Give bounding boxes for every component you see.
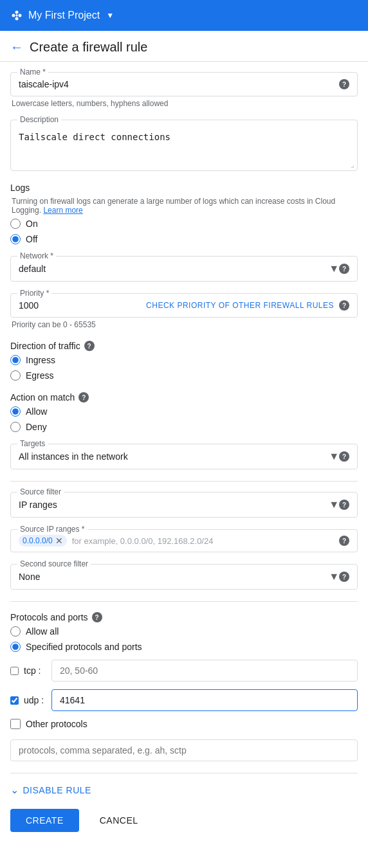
description-field-group: Description ⌟ — [10, 120, 358, 171]
second-source-field-group: Second source filter ▼ ? — [10, 564, 358, 590]
name-field: Name * ? — [10, 72, 358, 96]
targets-field-group: Targets ▼ ? — [10, 444, 358, 469]
page-title: Create a firewall rule — [30, 40, 147, 55]
network-help-icon[interactable]: ? — [339, 264, 349, 274]
svg-point-1 — [15, 11, 19, 14]
cloud-logo-icon — [10, 9, 23, 22]
proto-specified-label: Specified protocols and ports — [26, 642, 142, 652]
ip-tag-close-icon[interactable]: ✕ — [55, 536, 63, 545]
second-source-dropdown-icon[interactable]: ▼ — [329, 571, 339, 583]
network-dropdown-icon[interactable]: ▼ — [329, 263, 339, 275]
source-filter-field: Source filter ▼ ? — [10, 492, 358, 518]
tcp-label: tcp : — [24, 665, 46, 676]
udp-input[interactable] — [51, 689, 358, 711]
action-allow-item[interactable]: Allow — [10, 406, 358, 417]
logs-off-radio[interactable] — [10, 234, 21, 244]
logs-learn-more-link[interactable]: Learn more — [43, 206, 82, 215]
logs-on-radio[interactable] — [10, 219, 21, 229]
tcp-row: tcp : — [10, 660, 358, 682]
protocols-help-icon[interactable]: ? — [92, 612, 102, 622]
svg-point-0 — [12, 14, 15, 17]
logs-off-item[interactable]: Off — [10, 234, 358, 244]
direction-section-label: Direction of traffic ? — [10, 341, 358, 351]
action-help-icon[interactable]: ? — [78, 392, 89, 402]
back-button[interactable]: ← — [10, 40, 23, 55]
source-filter-dropdown-icon[interactable]: ▼ — [329, 499, 339, 511]
ip-tag-value: 0.0.0.0/0 — [23, 536, 53, 545]
direction-ingress-label: Ingress — [26, 355, 55, 365]
direction-egress-item[interactable]: Egress — [10, 370, 358, 381]
direction-egress-radio[interactable] — [10, 370, 21, 381]
targets-field: Targets ▼ ? — [10, 444, 358, 469]
tcp-checkbox[interactable] — [10, 667, 19, 675]
source-filter-input[interactable] — [19, 500, 324, 510]
create-button[interactable]: CREATE — [10, 809, 79, 832]
disable-rule-label: DISABLE RULE — [23, 785, 91, 795]
name-label: Name * — [17, 68, 48, 77]
second-source-help-icon[interactable]: ? — [339, 572, 349, 582]
source-filter-label: Source filter — [17, 487, 64, 496]
targets-help-icon[interactable]: ? — [339, 451, 349, 462]
second-source-label: Second source filter — [17, 559, 91, 568]
second-source-field: Second source filter ▼ ? — [10, 564, 358, 590]
logs-on-item[interactable]: On — [10, 219, 358, 229]
proto-specified-radio[interactable] — [10, 642, 21, 652]
priority-input[interactable] — [19, 300, 57, 311]
direction-ingress-radio[interactable] — [10, 355, 21, 365]
disable-rule-chevron-icon: ⌄ — [10, 784, 19, 796]
targets-dropdown-icon[interactable]: ▼ — [329, 451, 339, 462]
proto-specified-item[interactable]: Specified protocols and ports — [10, 642, 358, 652]
name-help-icon[interactable]: ? — [339, 79, 349, 89]
disable-rule-row[interactable]: ⌄ DISABLE RULE — [10, 784, 358, 796]
proto-allow-all-radio[interactable] — [10, 626, 21, 637]
other-protocols-input[interactable] — [10, 739, 358, 761]
source-filter-help-icon[interactable]: ? — [339, 500, 349, 510]
logs-label: Logs — [10, 183, 358, 193]
project-title: My First Project — [28, 10, 100, 21]
network-input[interactable] — [19, 264, 324, 274]
action-deny-radio[interactable] — [10, 422, 21, 432]
check-priority-link[interactable]: CHECK PRIORITY OF OTHER FIREWALL RULES — [146, 301, 334, 310]
action-allow-radio[interactable] — [10, 406, 21, 417]
source-ip-field: Source IP ranges * 0.0.0.0/0 ✕ for examp… — [10, 529, 358, 552]
description-input[interactable] — [19, 132, 349, 164]
top-bar: My First Project ▼ — [0, 0, 368, 31]
network-label: Network * — [17, 251, 56, 260]
name-hint: Lowercase letters, numbers, hyphens allo… — [10, 99, 358, 108]
priority-field-group: Priority * CHECK PRIORITY OF OTHER FIREW… — [10, 293, 358, 329]
direction-egress-label: Egress — [26, 370, 54, 381]
form-content: Name * ? Lowercase letters, numbers, hyp… — [0, 62, 368, 847]
resize-handle[interactable]: ⌟ — [351, 160, 354, 169]
logs-section: Logs Turning on firewall logs can genera… — [10, 183, 358, 244]
network-field-group: Network * ▼ ? — [10, 256, 358, 282]
project-dropdown-icon[interactable]: ▼ — [106, 11, 114, 20]
udp-checkbox[interactable] — [10, 696, 19, 705]
targets-label: Targets — [17, 439, 48, 448]
priority-help-icon[interactable]: ? — [339, 300, 349, 311]
other-protocols-label: Other protocols — [26, 719, 87, 729]
proto-allow-all-item[interactable]: Allow all — [10, 626, 358, 637]
source-ip-field-group: Source IP ranges * 0.0.0.0/0 ✕ for examp… — [10, 529, 358, 552]
logs-on-label: On — [26, 219, 38, 229]
second-source-input[interactable] — [19, 572, 324, 582]
description-field: Description ⌟ — [10, 120, 358, 171]
action-deny-label: Deny — [26, 422, 47, 432]
page-header: ← Create a firewall rule — [0, 31, 368, 62]
direction-ingress-item[interactable]: Ingress — [10, 355, 358, 365]
cancel-button[interactable]: CANCEL — [89, 809, 149, 832]
action-deny-item[interactable]: Deny — [10, 422, 358, 432]
direction-help-icon[interactable]: ? — [84, 341, 95, 351]
targets-input[interactable] — [19, 451, 324, 462]
action-allow-label: Allow — [26, 406, 47, 417]
other-protocols-checkbox[interactable] — [10, 719, 21, 729]
tcp-input[interactable] — [51, 660, 358, 682]
source-ip-placeholder: for example, 0.0.0.0/0, 192.168.2.0/24 — [72, 536, 214, 546]
udp-label: udp : — [24, 695, 46, 705]
svg-point-4 — [15, 14, 17, 16]
name-input[interactable] — [19, 79, 339, 89]
source-ip-help-icon[interactable]: ? — [339, 536, 349, 546]
priority-field: Priority * CHECK PRIORITY OF OTHER FIREW… — [10, 293, 358, 318]
direction-radio-group: Ingress Egress — [10, 355, 358, 381]
logs-radio-group: On Off — [10, 219, 358, 244]
logs-off-label: Off — [26, 234, 37, 244]
